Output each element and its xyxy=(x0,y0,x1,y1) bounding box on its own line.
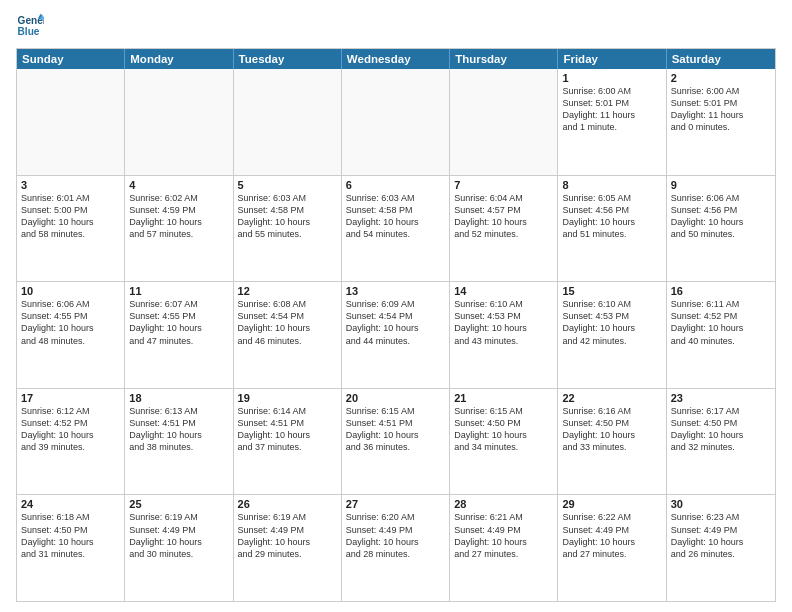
day-info: Sunrise: 6:00 AM Sunset: 5:01 PM Dayligh… xyxy=(562,85,661,134)
day-cell-22: 22Sunrise: 6:16 AM Sunset: 4:50 PM Dayli… xyxy=(558,389,666,495)
day-info: Sunrise: 6:06 AM Sunset: 4:56 PM Dayligh… xyxy=(671,192,771,241)
day-info: Sunrise: 6:06 AM Sunset: 4:55 PM Dayligh… xyxy=(21,298,120,347)
day-info: Sunrise: 6:05 AM Sunset: 4:56 PM Dayligh… xyxy=(562,192,661,241)
day-info: Sunrise: 6:15 AM Sunset: 4:50 PM Dayligh… xyxy=(454,405,553,454)
col-header-thursday: Thursday xyxy=(450,49,558,69)
day-info: Sunrise: 6:08 AM Sunset: 4:54 PM Dayligh… xyxy=(238,298,337,347)
day-number: 25 xyxy=(129,498,228,510)
day-cell-3: 3Sunrise: 6:01 AM Sunset: 5:00 PM Daylig… xyxy=(17,176,125,282)
day-cell-25: 25Sunrise: 6:19 AM Sunset: 4:49 PM Dayli… xyxy=(125,495,233,601)
day-number: 26 xyxy=(238,498,337,510)
day-cell-10: 10Sunrise: 6:06 AM Sunset: 4:55 PM Dayli… xyxy=(17,282,125,388)
day-cell-1: 1Sunrise: 6:00 AM Sunset: 5:01 PM Daylig… xyxy=(558,69,666,175)
day-info: Sunrise: 6:03 AM Sunset: 4:58 PM Dayligh… xyxy=(238,192,337,241)
col-header-tuesday: Tuesday xyxy=(234,49,342,69)
day-cell-4: 4Sunrise: 6:02 AM Sunset: 4:59 PM Daylig… xyxy=(125,176,233,282)
day-info: Sunrise: 6:17 AM Sunset: 4:50 PM Dayligh… xyxy=(671,405,771,454)
calendar: SundayMondayTuesdayWednesdayThursdayFrid… xyxy=(16,48,776,602)
day-cell-13: 13Sunrise: 6:09 AM Sunset: 4:54 PM Dayli… xyxy=(342,282,450,388)
header: General Blue xyxy=(16,12,776,40)
day-info: Sunrise: 6:23 AM Sunset: 4:49 PM Dayligh… xyxy=(671,511,771,560)
day-info: Sunrise: 6:15 AM Sunset: 4:51 PM Dayligh… xyxy=(346,405,445,454)
day-cell-21: 21Sunrise: 6:15 AM Sunset: 4:50 PM Dayli… xyxy=(450,389,558,495)
day-cell-19: 19Sunrise: 6:14 AM Sunset: 4:51 PM Dayli… xyxy=(234,389,342,495)
day-cell-11: 11Sunrise: 6:07 AM Sunset: 4:55 PM Dayli… xyxy=(125,282,233,388)
day-cell-26: 26Sunrise: 6:19 AM Sunset: 4:49 PM Dayli… xyxy=(234,495,342,601)
day-info: Sunrise: 6:10 AM Sunset: 4:53 PM Dayligh… xyxy=(454,298,553,347)
day-number: 6 xyxy=(346,179,445,191)
logo: General Blue xyxy=(16,12,44,40)
day-cell-6: 6Sunrise: 6:03 AM Sunset: 4:58 PM Daylig… xyxy=(342,176,450,282)
week-row-4: 17Sunrise: 6:12 AM Sunset: 4:52 PM Dayli… xyxy=(17,388,775,495)
day-cell-17: 17Sunrise: 6:12 AM Sunset: 4:52 PM Dayli… xyxy=(17,389,125,495)
day-info: Sunrise: 6:20 AM Sunset: 4:49 PM Dayligh… xyxy=(346,511,445,560)
day-cell-9: 9Sunrise: 6:06 AM Sunset: 4:56 PM Daylig… xyxy=(667,176,775,282)
weeks: 1Sunrise: 6:00 AM Sunset: 5:01 PM Daylig… xyxy=(17,69,775,601)
day-cell-empty xyxy=(450,69,558,175)
day-cell-8: 8Sunrise: 6:05 AM Sunset: 4:56 PM Daylig… xyxy=(558,176,666,282)
col-header-saturday: Saturday xyxy=(667,49,775,69)
week-row-2: 3Sunrise: 6:01 AM Sunset: 5:00 PM Daylig… xyxy=(17,175,775,282)
day-cell-14: 14Sunrise: 6:10 AM Sunset: 4:53 PM Dayli… xyxy=(450,282,558,388)
day-number: 10 xyxy=(21,285,120,297)
day-info: Sunrise: 6:03 AM Sunset: 4:58 PM Dayligh… xyxy=(346,192,445,241)
day-cell-30: 30Sunrise: 6:23 AM Sunset: 4:49 PM Dayli… xyxy=(667,495,775,601)
day-number: 4 xyxy=(129,179,228,191)
day-info: Sunrise: 6:21 AM Sunset: 4:49 PM Dayligh… xyxy=(454,511,553,560)
day-info: Sunrise: 6:14 AM Sunset: 4:51 PM Dayligh… xyxy=(238,405,337,454)
day-number: 21 xyxy=(454,392,553,404)
column-headers: SundayMondayTuesdayWednesdayThursdayFrid… xyxy=(17,49,775,69)
logo-icon: General Blue xyxy=(16,12,44,40)
day-number: 23 xyxy=(671,392,771,404)
day-info: Sunrise: 6:02 AM Sunset: 4:59 PM Dayligh… xyxy=(129,192,228,241)
col-header-monday: Monday xyxy=(125,49,233,69)
day-info: Sunrise: 6:18 AM Sunset: 4:50 PM Dayligh… xyxy=(21,511,120,560)
day-cell-29: 29Sunrise: 6:22 AM Sunset: 4:49 PM Dayli… xyxy=(558,495,666,601)
day-cell-2: 2Sunrise: 6:00 AM Sunset: 5:01 PM Daylig… xyxy=(667,69,775,175)
week-row-1: 1Sunrise: 6:00 AM Sunset: 5:01 PM Daylig… xyxy=(17,69,775,175)
day-number: 3 xyxy=(21,179,120,191)
day-number: 17 xyxy=(21,392,120,404)
day-info: Sunrise: 6:19 AM Sunset: 4:49 PM Dayligh… xyxy=(129,511,228,560)
week-row-5: 24Sunrise: 6:18 AM Sunset: 4:50 PM Dayli… xyxy=(17,494,775,601)
day-cell-15: 15Sunrise: 6:10 AM Sunset: 4:53 PM Dayli… xyxy=(558,282,666,388)
day-cell-27: 27Sunrise: 6:20 AM Sunset: 4:49 PM Dayli… xyxy=(342,495,450,601)
day-info: Sunrise: 6:01 AM Sunset: 5:00 PM Dayligh… xyxy=(21,192,120,241)
day-cell-20: 20Sunrise: 6:15 AM Sunset: 4:51 PM Dayli… xyxy=(342,389,450,495)
day-number: 19 xyxy=(238,392,337,404)
day-info: Sunrise: 6:00 AM Sunset: 5:01 PM Dayligh… xyxy=(671,85,771,134)
page: General Blue SundayMondayTuesdayWednesda… xyxy=(0,0,792,612)
day-info: Sunrise: 6:19 AM Sunset: 4:49 PM Dayligh… xyxy=(238,511,337,560)
day-info: Sunrise: 6:11 AM Sunset: 4:52 PM Dayligh… xyxy=(671,298,771,347)
day-number: 15 xyxy=(562,285,661,297)
day-cell-12: 12Sunrise: 6:08 AM Sunset: 4:54 PM Dayli… xyxy=(234,282,342,388)
day-number: 18 xyxy=(129,392,228,404)
col-header-wednesday: Wednesday xyxy=(342,49,450,69)
day-number: 20 xyxy=(346,392,445,404)
day-cell-5: 5Sunrise: 6:03 AM Sunset: 4:58 PM Daylig… xyxy=(234,176,342,282)
day-number: 11 xyxy=(129,285,228,297)
day-info: Sunrise: 6:10 AM Sunset: 4:53 PM Dayligh… xyxy=(562,298,661,347)
day-info: Sunrise: 6:13 AM Sunset: 4:51 PM Dayligh… xyxy=(129,405,228,454)
col-header-friday: Friday xyxy=(558,49,666,69)
day-info: Sunrise: 6:07 AM Sunset: 4:55 PM Dayligh… xyxy=(129,298,228,347)
day-cell-23: 23Sunrise: 6:17 AM Sunset: 4:50 PM Dayli… xyxy=(667,389,775,495)
day-number: 12 xyxy=(238,285,337,297)
svg-text:Blue: Blue xyxy=(18,26,40,37)
day-cell-24: 24Sunrise: 6:18 AM Sunset: 4:50 PM Dayli… xyxy=(17,495,125,601)
day-number: 16 xyxy=(671,285,771,297)
day-info: Sunrise: 6:12 AM Sunset: 4:52 PM Dayligh… xyxy=(21,405,120,454)
day-info: Sunrise: 6:09 AM Sunset: 4:54 PM Dayligh… xyxy=(346,298,445,347)
day-cell-18: 18Sunrise: 6:13 AM Sunset: 4:51 PM Dayli… xyxy=(125,389,233,495)
day-cell-empty xyxy=(17,69,125,175)
day-number: 8 xyxy=(562,179,661,191)
day-number: 29 xyxy=(562,498,661,510)
day-cell-empty xyxy=(125,69,233,175)
day-number: 14 xyxy=(454,285,553,297)
day-number: 13 xyxy=(346,285,445,297)
day-number: 1 xyxy=(562,72,661,84)
day-info: Sunrise: 6:04 AM Sunset: 4:57 PM Dayligh… xyxy=(454,192,553,241)
day-number: 5 xyxy=(238,179,337,191)
day-number: 27 xyxy=(346,498,445,510)
day-number: 30 xyxy=(671,498,771,510)
